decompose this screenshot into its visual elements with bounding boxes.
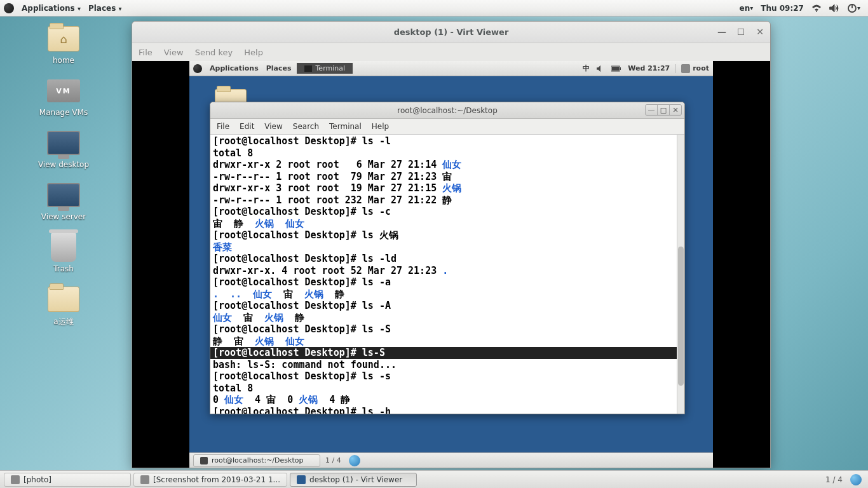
- guest-clock[interactable]: Wed 21:27: [625, 64, 673, 72]
- guest-workspace-orb-icon[interactable]: [349, 455, 360, 466]
- gnome-foot-icon: [4, 3, 14, 13]
- virt-menubar: File View Send key Help: [132, 43, 770, 61]
- gnome-foot-icon: [193, 64, 202, 73]
- image-icon: [11, 475, 20, 484]
- desktop-icon-label: Manage VMs: [25, 108, 102, 117]
- desktop-icon-label: a运维: [25, 316, 102, 327]
- folder-icon: [48, 287, 79, 312]
- virt-menu-help[interactable]: Help: [244, 48, 263, 57]
- taskbar-label: desktop (1) - Virt Viewer: [309, 475, 402, 484]
- chevron-down-icon: ▾: [750, 4, 753, 11]
- terminal-menu-view[interactable]: View: [264, 122, 282, 131]
- virt-menu-view[interactable]: View: [164, 48, 184, 57]
- svg-rect-4: [612, 67, 619, 71]
- desktop-icon-a-ops[interactable]: a运维: [25, 286, 102, 327]
- host-applications-label: Applications: [22, 4, 75, 13]
- terminal-selection: [root@localhost Desktop]# ls-S: [210, 347, 684, 359]
- taskbar-label: [Screenshot from 2019-03-21 1...: [153, 475, 280, 484]
- monitor-icon: [47, 183, 80, 207]
- desktop-icon-manage-vms[interactable]: VM Manage VMs: [25, 78, 102, 117]
- power-icon[interactable]: ▾: [843, 3, 864, 13]
- chevron-down-icon: ▾: [119, 5, 122, 12]
- terminal-icon: [304, 65, 312, 72]
- chevron-down-icon: ▾: [78, 5, 81, 12]
- maximize-button[interactable]: ☐: [735, 25, 747, 38]
- host-clock[interactable]: Thu 09:27: [757, 4, 808, 13]
- trash-icon: [51, 233, 76, 262]
- host-places-label: Places: [88, 4, 116, 13]
- guest-user-label: root: [693, 64, 709, 72]
- terminal-menu-file[interactable]: File: [217, 122, 229, 131]
- taskbar-photo[interactable]: [photo]: [4, 473, 131, 487]
- taskbar-screenshot[interactable]: [Screenshot from 2019-03-21 1...: [133, 473, 287, 487]
- guest-taskbar-label: root@localhost:~/Desktop: [212, 456, 303, 464]
- virt-title: desktop (1) - Virt Viewer: [394, 27, 509, 37]
- host-places-menu[interactable]: Places ▾: [85, 4, 126, 13]
- host-desktop-icons: ⌂ home VM Manage VMs View desktop View s…: [25, 25, 102, 340]
- desktop-icon-label: home: [25, 56, 102, 65]
- guest-places-menu[interactable]: Places: [262, 64, 295, 72]
- virt-menu-file[interactable]: File: [139, 48, 153, 57]
- close-button[interactable]: ✕: [754, 25, 766, 38]
- chevron-down-icon: ▾: [857, 4, 860, 11]
- terminal-scrollbar-thumb[interactable]: [678, 247, 684, 386]
- vm-icon: VM: [47, 79, 80, 102]
- host-workspace-indicator[interactable]: 1 / 4: [820, 475, 848, 484]
- minimize-button[interactable]: —: [715, 25, 728, 38]
- terminal-viewport[interactable]: [root@localhost Desktop]# ls -ltotal 8dr…: [210, 134, 684, 414]
- maximize-button[interactable]: □: [657, 104, 670, 116]
- guest-top-panel: Applications Places Terminal 中 Wed 21:27…: [189, 61, 713, 76]
- host-applications-menu[interactable]: Applications ▾: [18, 4, 85, 13]
- terminal-title: root@localhost:~/Desktop: [397, 106, 498, 115]
- volume-icon[interactable]: [593, 65, 608, 72]
- svg-rect-3: [620, 67, 621, 70]
- taskbar-label: [photo]: [24, 475, 51, 484]
- virt-titlebar[interactable]: desktop (1) - Virt Viewer — ☐ ✕: [132, 22, 770, 43]
- terminal-menu-help[interactable]: Help: [372, 122, 389, 131]
- host-bottom-panel: [photo] [Screenshot from 2019-03-21 1...…: [0, 470, 868, 488]
- guest-desktop: Applications Places Terminal 中 Wed 21:27…: [189, 61, 713, 468]
- wifi-icon[interactable]: [808, 4, 825, 13]
- minimize-button[interactable]: —: [645, 104, 658, 116]
- desktop-icon-label: View desktop: [25, 160, 102, 169]
- host-workspace-orb-icon[interactable]: [850, 474, 862, 485]
- terminal-menu-search[interactable]: Search: [293, 122, 319, 131]
- monitor-icon: [297, 475, 306, 484]
- home-icon: ⌂: [48, 27, 79, 51]
- guest-desktop-area[interactable]: root@localhost:~/Desktop — □ ✕ File Edit…: [189, 76, 713, 452]
- taskbar-virt-viewer[interactable]: desktop (1) - Virt Viewer: [290, 473, 417, 487]
- guest-workspace-indicator[interactable]: 1 / 4: [320, 456, 346, 464]
- desktop-icon-view-desktop[interactable]: View desktop: [25, 130, 102, 169]
- avatar-icon: [681, 64, 690, 73]
- desktop-icon-label: Trash: [25, 264, 102, 273]
- virt-framebuffer[interactable]: Applications Places Terminal 中 Wed 21:27…: [132, 61, 770, 468]
- desktop-icon-label: View server: [25, 212, 102, 221]
- host-lang-label: en: [740, 4, 750, 13]
- battery-icon[interactable]: [608, 65, 625, 72]
- desktop-icon-trash[interactable]: Trash: [25, 234, 102, 273]
- guest-active-app-label: Terminal: [316, 64, 346, 72]
- desktop-icon-home[interactable]: ⌂ home: [25, 25, 102, 65]
- guest-bottom-panel: root@localhost:~/Desktop 1 / 4: [189, 452, 713, 468]
- terminal-menu-edit[interactable]: Edit: [240, 122, 254, 131]
- terminal-titlebar[interactable]: root@localhost:~/Desktop — □ ✕: [210, 102, 684, 119]
- host-top-panel: Applications ▾ Places ▾ en ▾ Thu 09:27 ▾: [0, 0, 868, 17]
- terminal-content: [root@localhost Desktop]# ls -ltotal 8dr…: [210, 135, 684, 414]
- terminal-menubar: File Edit View Search Terminal Help: [210, 119, 684, 134]
- host-lang-indicator[interactable]: en ▾: [736, 4, 757, 13]
- image-icon: [140, 475, 149, 484]
- desktop-icon-view-server[interactable]: View server: [25, 182, 102, 221]
- close-button[interactable]: ✕: [669, 104, 682, 116]
- terminal-menu-terminal[interactable]: Terminal: [329, 122, 362, 131]
- virt-viewer-window: desktop (1) - Virt Viewer — ☐ ✕ File Vie…: [132, 21, 771, 468]
- terminal-icon: [200, 457, 208, 464]
- terminal-window: root@localhost:~/Desktop — □ ✕ File Edit…: [210, 102, 685, 414]
- guest-user-menu[interactable]: root: [675, 64, 709, 73]
- virt-menu-sendkey[interactable]: Send key: [195, 48, 233, 57]
- guest-taskbar-terminal[interactable]: root@localhost:~/Desktop: [193, 454, 320, 467]
- guest-applications-menu[interactable]: Applications: [206, 64, 262, 72]
- terminal-scrollbar[interactable]: [677, 135, 684, 414]
- guest-active-app[interactable]: Terminal: [297, 63, 353, 74]
- guest-ime-indicator[interactable]: 中: [580, 64, 593, 73]
- volume-icon[interactable]: [825, 4, 843, 13]
